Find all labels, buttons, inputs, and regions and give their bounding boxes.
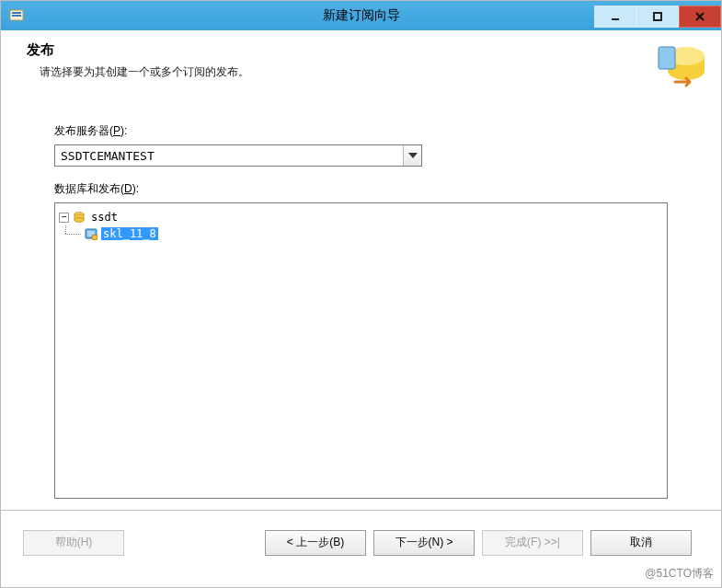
wizard-header: 发布 请选择要为其创建一个或多个订阅的发布。: [1, 30, 721, 106]
expander-minus-icon[interactable]: −: [59, 213, 69, 223]
minimize-button[interactable]: [594, 6, 636, 28]
tree-node-publication[interactable]: skl_11_8: [59, 225, 663, 242]
publications-tree[interactable]: − ssdt skl_11_8: [54, 202, 668, 499]
publisher-server-label: 发布服务器(P):: [54, 123, 668, 139]
wizard-footer: 帮助(H) < 上一步(B) 下一步(N) > 完成(F) >>| 取消: [1, 510, 721, 561]
app-icon: [8, 7, 25, 24]
tree-node-label: skl_11_8: [101, 227, 158, 240]
close-button[interactable]: [679, 6, 721, 28]
help-button[interactable]: 帮助(H): [23, 530, 124, 556]
database-icon: [73, 211, 86, 224]
titlebar: 新建订阅向导: [1, 1, 721, 30]
publisher-server-value: SSDTCEMANTEST: [55, 149, 403, 163]
chevron-down-icon[interactable]: [403, 145, 421, 166]
tree-node-label: ssdt: [89, 211, 120, 224]
page-subtitle: 请选择要为其创建一个或多个订阅的发布。: [40, 64, 705, 80]
page-title: 发布: [27, 41, 705, 59]
finish-button[interactable]: 完成(F) >>|: [482, 530, 583, 556]
svg-rect-4: [654, 13, 661, 20]
publication-icon: [653, 40, 708, 95]
databases-publications-label: 数据库和发布(D):: [54, 181, 668, 197]
svg-marker-11: [408, 153, 418, 158]
svg-point-14: [74, 218, 84, 223]
watermark: @51CTO博客: [645, 566, 714, 582]
publisher-server-combo[interactable]: SSDTCEMANTEST: [54, 144, 422, 167]
tree-connector: [59, 225, 85, 242]
tree-node-database[interactable]: − ssdt: [59, 209, 663, 225]
svg-rect-10: [659, 47, 675, 69]
svg-rect-1: [12, 12, 21, 14]
publication-item-icon: [85, 227, 97, 240]
window-title: 新建订阅向导: [323, 7, 400, 24]
maximize-button[interactable]: [636, 6, 679, 28]
svg-rect-2: [12, 15, 21, 17]
next-button[interactable]: 下一步(N) >: [373, 530, 475, 556]
back-button[interactable]: < 上一步(B): [265, 530, 366, 556]
cancel-button[interactable]: 取消: [590, 530, 692, 556]
svg-point-16: [92, 235, 97, 240]
wizard-content: 发布服务器(P): SSDTCEMANTEST 数据库和发布(D): − ssd…: [1, 107, 721, 510]
